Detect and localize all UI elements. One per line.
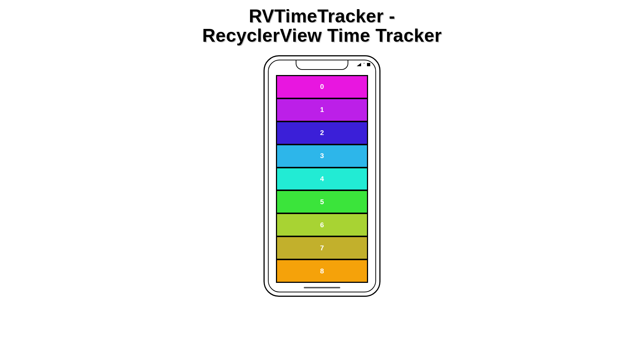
list-item[interactable]: 4: [277, 168, 367, 190]
wifi-icon: ⌃: [363, 63, 365, 66]
list-item[interactable]: 1: [277, 99, 367, 121]
list-item[interactable]: 0: [277, 76, 367, 98]
list-item[interactable]: 7: [277, 237, 367, 259]
title-line-2: RecyclerView Time Tracker: [202, 25, 442, 46]
recycler-view[interactable]: 0 1 2 3 4 5 6 7 8: [276, 75, 368, 283]
phone-inner-frame: ⌃ 0 1 2 3 4 5 6 7 8: [268, 60, 376, 292]
battery-icon: [367, 63, 370, 66]
signal-icon: [357, 63, 361, 66]
phone-mockup: ⌃ 0 1 2 3 4 5 6 7 8: [264, 55, 380, 297]
title-line-1: RVTimeTracker -: [249, 6, 395, 26]
list-item[interactable]: 2: [277, 122, 367, 144]
list-item[interactable]: 6: [277, 214, 367, 236]
status-bar: ⌃: [357, 63, 370, 66]
list-item[interactable]: 3: [277, 145, 367, 167]
home-indicator: [304, 287, 340, 288]
list-item[interactable]: 5: [277, 191, 367, 213]
list-item[interactable]: 8: [277, 260, 367, 282]
phone-notch: [296, 60, 348, 70]
page-title: RVTimeTracker - RecyclerView Time Tracke…: [202, 7, 442, 45]
